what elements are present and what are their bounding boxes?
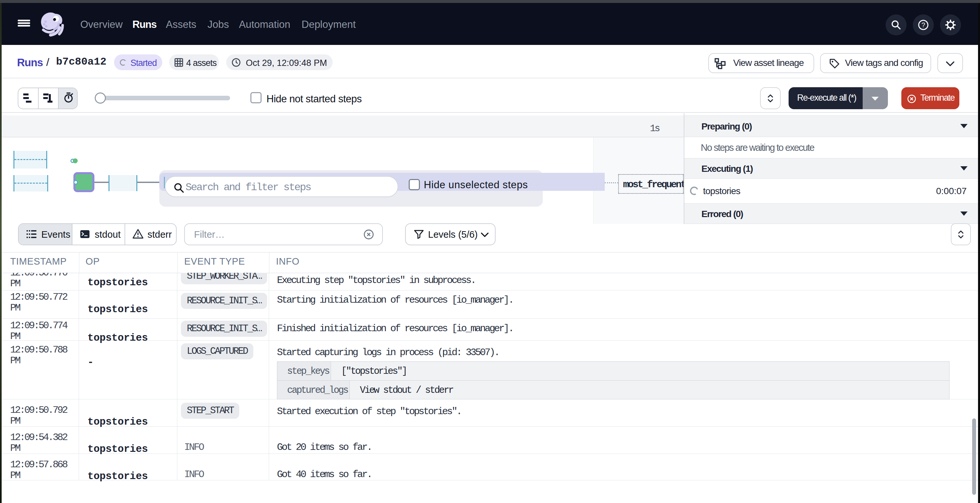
svg-text:?: ? [921, 21, 925, 29]
